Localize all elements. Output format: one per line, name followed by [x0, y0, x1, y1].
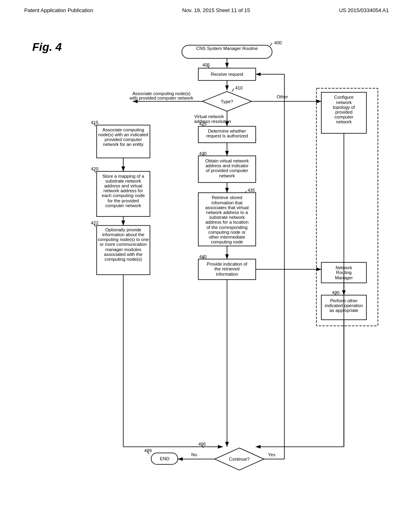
header-left: Patent Application Publication [24, 7, 93, 13]
node-422-t3: computing node(s) to one [98, 237, 149, 242]
node-configure-t4: provided [335, 110, 353, 114]
node-435-t6: address for a location [205, 220, 248, 224]
node-435-t10: computing node [211, 239, 243, 244]
node-422-t7: computing node(s) [104, 257, 142, 262]
node-end-text: END [160, 456, 170, 461]
node-420-t2: substrate network [106, 179, 142, 183]
ref-435: 435 [248, 188, 255, 193]
node-configure-t2: network [336, 100, 352, 105]
node-435-t3: associates that virtual [205, 205, 248, 210]
header-right: US 2015/0334054 A1 [339, 7, 389, 13]
node-continue-text: Continue? [229, 457, 250, 461]
node-435-t1: Retrieve stored [212, 195, 242, 200]
page-header: Patent Application Publication Nov. 19, … [0, 0, 413, 17]
node-435-t4: network address to a [206, 210, 248, 215]
node-420-t7: computer network [105, 203, 141, 208]
label-yes: Yes [268, 452, 276, 457]
node-435-t8: computing node or [209, 230, 246, 235]
node-configure-t3: topology of [333, 105, 355, 110]
node-configure-t1: Configure [334, 95, 353, 100]
node-cns-title-text: CNS System Manager Routine [196, 46, 258, 51]
node-422-t6: associated with the [104, 252, 142, 257]
label-virtual1: Virtual network [194, 114, 224, 119]
node-415-t1: Associate computing [102, 127, 144, 132]
node-430-t3: of provided computer [206, 168, 248, 173]
node-415-t3: provided computer [104, 137, 142, 142]
ref-410: 410 [235, 85, 243, 90]
node-420-t3: address and virtual [104, 183, 142, 188]
node-420-t1: Store a mapping of a [102, 174, 145, 179]
node-415-t2: node(s) with an indicated [98, 132, 148, 137]
label-no: No [191, 452, 197, 457]
node-440-t1: Provide indication of [207, 262, 248, 266]
node-430-t1: Obtain virtual network [205, 158, 249, 163]
node-440-t2: the retrieved [215, 266, 240, 271]
node-425-t1: Determine whether [208, 129, 246, 133]
diagram-area: Fig. 4 400 CNS System Manager Routine 40… [0, 17, 413, 508]
node-440-t3: information [216, 272, 238, 276]
node-type-text: Type? [221, 99, 233, 104]
node-422-t4: or more communication [100, 242, 147, 247]
node-422-t2: information about the [102, 232, 144, 237]
node-425-t2: request is authorized [206, 133, 248, 138]
flowchart: 400 CNS System Manager Routine 405 Recei… [0, 17, 413, 508]
node-420-t6: for the provided [108, 198, 139, 203]
node-configure-t5: computer [334, 114, 353, 119]
node-430-t4: network [219, 173, 235, 178]
node-435-t9: other intermediate [209, 235, 245, 239]
node-435-t2: information that [211, 200, 243, 205]
node-435-t5: substrate network [209, 215, 245, 220]
header-middle: Nov. 19, 2015 Sheet 11 of 15 [182, 7, 250, 13]
ref-400: 400 [274, 40, 282, 45]
node-422-t5: manager modules [105, 247, 142, 252]
ref-405: 405 [202, 62, 210, 67]
node-420-t4: network address for [104, 188, 143, 193]
label-other: Other [277, 94, 288, 99]
node-430-t2: address and indicator [205, 163, 248, 168]
label-associate2: with provided computer network [129, 96, 193, 100]
node-configure-t6: network [336, 119, 352, 124]
node-422-t1: Optionally provide [105, 227, 141, 232]
node-receive-text: Receive request [211, 72, 244, 77]
node-420-t5: each computing node [102, 193, 145, 198]
node-435-t7: of the corresponding [206, 225, 248, 230]
node-415-t4: network for an entity [103, 142, 144, 147]
